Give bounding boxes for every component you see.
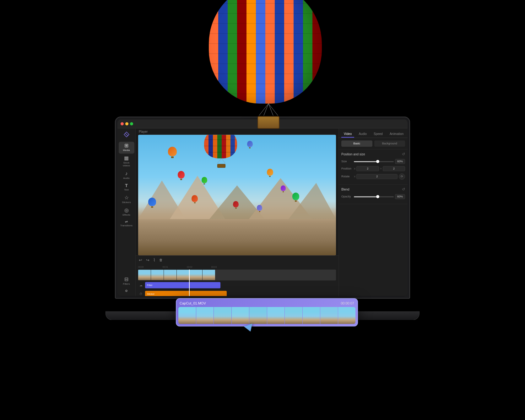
hero-balloon (209, 0, 328, 135)
filter-track-side: ☁ (138, 283, 144, 287)
size-value[interactable]: 60% (395, 159, 405, 164)
main-balloon (204, 135, 239, 168)
opacity-value[interactable]: 60% (395, 194, 405, 199)
svg-line-0 (259, 104, 268, 116)
tab-video[interactable]: Video (341, 131, 354, 137)
main-video-track[interactable] (138, 269, 336, 280)
sticker-track[interactable]: Sticker (145, 291, 227, 296)
timeline-ruler: 00:00 00:01 00:02 00:03 (136, 264, 338, 269)
right-panel: Video Audio Speed Animation (338, 128, 408, 296)
player-label: Player (139, 130, 148, 133)
undo-button[interactable]: ↩ (138, 257, 143, 263)
tab-audio[interactable]: Audio (356, 131, 369, 137)
timecode-1: 00:01 (163, 266, 168, 268)
film-frame-8 (303, 307, 320, 324)
maximize-button[interactable] (130, 122, 133, 125)
tab-animation[interactable]: Animation (387, 131, 406, 137)
redo-button[interactable]: ↪ (145, 257, 150, 263)
sidebar: ⊞ Media ▦ Stock videos ♪ Audio (117, 128, 136, 296)
sidebar-item-text[interactable]: T Text (119, 182, 134, 193)
sidebar-label-filters: Filters (123, 283, 130, 286)
position-size-reset[interactable]: ↺ (402, 152, 405, 156)
player-area: Player (136, 128, 338, 255)
minimize-button[interactable] (125, 122, 128, 125)
filter-track[interactable]: Filter (145, 282, 220, 288)
film-frame-10 (338, 307, 356, 324)
opacity-slider-fill (354, 196, 378, 197)
playhead[interactable] (189, 269, 190, 296)
position-x-value[interactable]: 2 (356, 166, 379, 171)
sidebar-bottom: ⊟ Filters ⚙ (119, 276, 134, 296)
rotate-x-label: X (354, 175, 355, 178)
balloon-small-9 (233, 201, 239, 209)
position-x-label: X (354, 167, 355, 170)
panel-tabs: Video Audio Speed Animation (339, 128, 408, 138)
split-button[interactable]: ⌇ (153, 257, 156, 263)
delete-button[interactable]: 🗑 (159, 257, 163, 262)
filters-icon: ⊟ (124, 277, 128, 282)
film-frame-6 (267, 307, 285, 324)
sidebar-item-filters[interactable]: ⊟ Filters (119, 276, 134, 288)
clip-popup[interactable]: CapCut_01.MOV 00:00:07 (176, 298, 358, 326)
timecode-0: 00:00 (138, 266, 144, 268)
clip-filename: CapCut_01.MOV (180, 301, 206, 305)
blend-header: Blend ↺ (341, 187, 405, 191)
media-icon: ⊞ (124, 143, 128, 148)
sidebar-item-media[interactable]: ⊞ Media (119, 142, 134, 153)
scene: ⊞ Media ▦ Stock videos ♪ Audio (0, 0, 525, 420)
film-frame-5 (249, 307, 267, 324)
position-size-group: Position and size ↺ Size (339, 149, 408, 185)
size-slider-thumb[interactable] (376, 160, 379, 163)
svg-line-2 (264, 104, 268, 116)
sidebar-label-text: Text (124, 189, 129, 192)
timeline-toolbar: ↩ ↪ ⌇ 🗑 (136, 256, 338, 264)
svg-line-1 (268, 104, 278, 116)
size-row: Size 60% (341, 159, 405, 164)
sidebar-item-transitions[interactable]: ⇌ Transitions (119, 219, 134, 229)
film-frame-7 (285, 307, 302, 324)
position-size-header: Position and size ↺ (341, 152, 405, 156)
sidebar-label-stickers: Stickers (122, 201, 131, 204)
sticker-track-side: ⏱ (138, 292, 144, 296)
sidebar-label-effects: Effects (122, 213, 130, 217)
tab-speed[interactable]: Speed (371, 131, 385, 137)
size-slider-fill (354, 161, 378, 162)
rotate-dial-button[interactable]: ⟳ (399, 173, 405, 180)
balloon-small-4 (202, 177, 207, 185)
balloon-envelope (209, 0, 322, 104)
video-thumb-4 (177, 270, 189, 280)
traffic-lights (121, 122, 133, 125)
video-preview (138, 135, 336, 255)
position-y-value[interactable]: 2 (383, 166, 405, 171)
clip-duration: 00:00:07 (341, 301, 354, 305)
svg-line-3 (268, 104, 273, 116)
blend-reset[interactable]: ↺ (402, 187, 405, 191)
close-button[interactable] (121, 122, 124, 125)
svg-line-11 (221, 158, 225, 163)
sidebar-label-transitions: Transitions (120, 224, 133, 228)
sidebar-item-audio[interactable]: ♪ Audio (119, 170, 134, 181)
sidebar-item-settings[interactable]: ⚙ (119, 288, 134, 294)
clip-filmstrip (178, 307, 355, 324)
size-slider[interactable] (354, 161, 394, 162)
app-body: ⊞ Media ▦ Stock videos ♪ Audio (117, 128, 408, 296)
opacity-slider-thumb[interactable] (376, 195, 379, 198)
blend-title: Blend (341, 188, 349, 191)
transitions-icon: ⇌ (125, 220, 128, 224)
balloon-small-3 (178, 171, 185, 180)
settings-icon: ⚙ (125, 289, 128, 293)
rotate-x-value[interactable]: 2 (356, 174, 398, 179)
sidebar-item-stock-videos[interactable]: ▦ Stock videos (119, 154, 134, 169)
segment-basic[interactable]: Basic (341, 140, 372, 147)
balloon-small-6 (281, 186, 286, 192)
sidebar-item-stickers[interactable]: ☆ Stickers (119, 194, 134, 206)
sidebar-label-audio: Audio (123, 177, 129, 180)
sidebar-item-effects[interactable]: ◎ Effects (119, 206, 134, 218)
rotate-x-group: X 2 (354, 174, 398, 179)
segment-background[interactable]: Background (374, 140, 405, 147)
laptop-lid: ⊞ Media ▦ Stock videos ♪ Audio (115, 116, 410, 299)
balloon-scene (138, 135, 336, 255)
balloon-small-2 (247, 141, 253, 148)
sidebar-label-media: Media (123, 149, 130, 152)
opacity-slider[interactable] (354, 196, 394, 197)
